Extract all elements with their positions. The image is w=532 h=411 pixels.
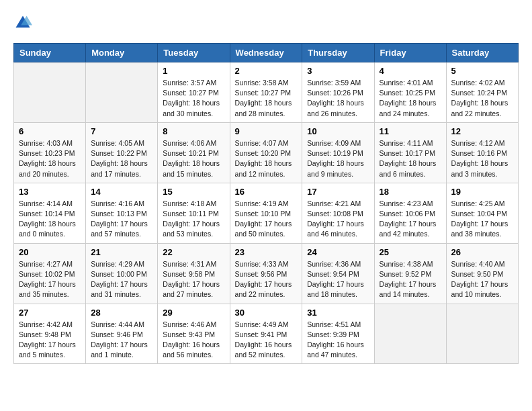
calendar-cell: 21Sunrise: 4:29 AMSunset: 10:00 PMDaylig…: [86, 243, 158, 304]
calendar-cell: 17Sunrise: 4:21 AMSunset: 10:08 PMDaylig…: [302, 183, 374, 243]
calendar-week-row: 1Sunrise: 3:57 AMSunset: 10:27 PMDayligh…: [14, 62, 519, 123]
day-info: Sunrise: 4:05 AMSunset: 10:22 PMDaylight…: [91, 138, 152, 179]
calendar-cell: 6Sunrise: 4:03 AMSunset: 10:23 PMDayligh…: [14, 122, 86, 183]
day-number: 7: [91, 126, 152, 136]
day-number: 2: [235, 66, 298, 76]
calendar-cell: 30Sunrise: 4:49 AMSunset: 9:41 PMDayligh…: [230, 304, 302, 364]
day-info: Sunrise: 4:09 AMSunset: 10:19 PMDaylight…: [307, 138, 369, 179]
day-info: Sunrise: 4:49 AMSunset: 9:41 PMDaylight:…: [235, 320, 298, 361]
calendar-cell: 1Sunrise: 3:57 AMSunset: 10:27 PMDayligh…: [158, 62, 230, 123]
day-number: 18: [380, 187, 441, 197]
day-info: Sunrise: 4:25 AMSunset: 10:04 PMDaylight…: [451, 199, 513, 240]
day-info: Sunrise: 4:51 AMSunset: 9:39 PMDaylight:…: [307, 320, 369, 361]
calendar-cell: 5Sunrise: 4:02 AMSunset: 10:24 PMDayligh…: [446, 62, 518, 123]
calendar-body: 1Sunrise: 3:57 AMSunset: 10:27 PMDayligh…: [14, 62, 519, 364]
day-number: 23: [235, 247, 298, 257]
day-number: 22: [163, 247, 224, 257]
calendar-table: SundayMondayTuesdayWednesdayThursdayFrid…: [13, 43, 519, 364]
calendar-cell: 23Sunrise: 4:33 AMSunset: 9:56 PMDayligh…: [230, 243, 302, 304]
calendar-cell: 27Sunrise: 4:42 AMSunset: 9:48 PMDayligh…: [14, 304, 86, 364]
weekday-header-saturday: Saturday: [446, 44, 518, 62]
weekday-header-thursday: Thursday: [302, 44, 374, 62]
day-info: Sunrise: 4:33 AMSunset: 9:56 PMDaylight:…: [235, 259, 298, 300]
calendar-cell: 14Sunrise: 4:16 AMSunset: 10:13 PMDaylig…: [86, 183, 158, 243]
day-info: Sunrise: 4:14 AMSunset: 10:14 PMDaylight…: [19, 199, 81, 240]
day-info: Sunrise: 4:18 AMSunset: 10:11 PMDaylight…: [163, 199, 224, 240]
day-number: 16: [235, 187, 298, 197]
day-number: 11: [380, 126, 441, 136]
calendar-cell: 10Sunrise: 4:09 AMSunset: 10:19 PMDaylig…: [302, 122, 374, 183]
calendar-cell: 18Sunrise: 4:23 AMSunset: 10:06 PMDaylig…: [374, 183, 446, 243]
calendar-cell: 8Sunrise: 4:06 AMSunset: 10:21 PMDayligh…: [158, 122, 230, 183]
day-number: 19: [451, 187, 513, 197]
day-number: 21: [91, 247, 152, 257]
page-header: [13, 13, 519, 32]
day-info: Sunrise: 4:36 AMSunset: 9:54 PMDaylight:…: [307, 259, 369, 300]
weekday-row: SundayMondayTuesdayWednesdayThursdayFrid…: [14, 44, 519, 62]
day-info: Sunrise: 4:11 AMSunset: 10:17 PMDaylight…: [380, 138, 441, 179]
day-number: 17: [307, 187, 369, 197]
day-info: Sunrise: 4:44 AMSunset: 9:46 PMDaylight:…: [91, 320, 152, 361]
day-info: Sunrise: 3:58 AMSunset: 10:27 PMDaylight…: [235, 78, 298, 119]
day-number: 8: [163, 126, 224, 136]
day-number: 10: [307, 126, 369, 136]
calendar-week-row: 27Sunrise: 4:42 AMSunset: 9:48 PMDayligh…: [14, 304, 519, 364]
weekday-header-tuesday: Tuesday: [158, 44, 230, 62]
calendar-cell: 9Sunrise: 4:07 AMSunset: 10:20 PMDayligh…: [230, 122, 302, 183]
calendar-cell: 22Sunrise: 4:31 AMSunset: 9:58 PMDayligh…: [158, 243, 230, 304]
day-info: Sunrise: 4:01 AMSunset: 10:25 PMDaylight…: [380, 78, 441, 119]
calendar-header: SundayMondayTuesdayWednesdayThursdayFrid…: [14, 44, 519, 62]
day-info: Sunrise: 4:42 AMSunset: 9:48 PMDaylight:…: [19, 320, 81, 361]
calendar-cell: 25Sunrise: 4:38 AMSunset: 9:52 PMDayligh…: [374, 243, 446, 304]
calendar-cell: [14, 62, 86, 123]
day-info: Sunrise: 4:21 AMSunset: 10:08 PMDaylight…: [307, 199, 369, 240]
calendar-cell: 31Sunrise: 4:51 AMSunset: 9:39 PMDayligh…: [302, 304, 374, 364]
day-number: 27: [19, 308, 81, 318]
calendar-cell: 2Sunrise: 3:58 AMSunset: 10:27 PMDayligh…: [230, 62, 302, 123]
calendar-cell: 13Sunrise: 4:14 AMSunset: 10:14 PMDaylig…: [14, 183, 86, 243]
day-info: Sunrise: 4:40 AMSunset: 9:50 PMDaylight:…: [451, 259, 513, 300]
calendar-cell: 19Sunrise: 4:25 AMSunset: 10:04 PMDaylig…: [446, 183, 518, 243]
day-number: 13: [19, 187, 81, 197]
calendar-week-row: 13Sunrise: 4:14 AMSunset: 10:14 PMDaylig…: [14, 183, 519, 243]
calendar-cell: 28Sunrise: 4:44 AMSunset: 9:46 PMDayligh…: [86, 304, 158, 364]
calendar-cell: [86, 62, 158, 123]
day-number: 28: [91, 308, 152, 318]
day-info: Sunrise: 4:12 AMSunset: 10:16 PMDaylight…: [451, 138, 513, 179]
day-info: Sunrise: 4:19 AMSunset: 10:10 PMDaylight…: [235, 199, 298, 240]
day-info: Sunrise: 3:57 AMSunset: 10:27 PMDaylight…: [163, 78, 224, 119]
day-info: Sunrise: 4:23 AMSunset: 10:06 PMDaylight…: [380, 199, 441, 240]
day-number: 29: [163, 308, 224, 318]
day-info: Sunrise: 4:07 AMSunset: 10:20 PMDaylight…: [235, 138, 298, 179]
day-number: 14: [91, 187, 152, 197]
day-info: Sunrise: 4:06 AMSunset: 10:21 PMDaylight…: [163, 138, 224, 179]
day-info: Sunrise: 4:02 AMSunset: 10:24 PMDaylight…: [451, 78, 513, 119]
day-info: Sunrise: 4:27 AMSunset: 10:02 PMDaylight…: [19, 259, 81, 300]
day-info: Sunrise: 4:38 AMSunset: 9:52 PMDaylight:…: [380, 259, 441, 300]
calendar-cell: 29Sunrise: 4:46 AMSunset: 9:43 PMDayligh…: [158, 304, 230, 364]
day-number: 12: [451, 126, 513, 136]
day-info: Sunrise: 4:29 AMSunset: 10:00 PMDaylight…: [91, 259, 152, 300]
day-info: Sunrise: 4:16 AMSunset: 10:13 PMDaylight…: [91, 199, 152, 240]
calendar-cell: 4Sunrise: 4:01 AMSunset: 10:25 PMDayligh…: [374, 62, 446, 123]
logo: [13, 13, 35, 32]
day-number: 9: [235, 126, 298, 136]
day-number: 24: [307, 247, 369, 257]
weekday-header-wednesday: Wednesday: [230, 44, 302, 62]
calendar-week-row: 6Sunrise: 4:03 AMSunset: 10:23 PMDayligh…: [14, 122, 519, 183]
calendar-cell: [446, 304, 518, 364]
day-number: 31: [307, 308, 369, 318]
calendar-cell: 11Sunrise: 4:11 AMSunset: 10:17 PMDaylig…: [374, 122, 446, 183]
calendar-cell: 20Sunrise: 4:27 AMSunset: 10:02 PMDaylig…: [14, 243, 86, 304]
day-number: 15: [163, 187, 224, 197]
day-number: 30: [235, 308, 298, 318]
day-info: Sunrise: 4:03 AMSunset: 10:23 PMDaylight…: [19, 138, 81, 179]
calendar-cell: 15Sunrise: 4:18 AMSunset: 10:11 PMDaylig…: [158, 183, 230, 243]
day-number: 4: [380, 66, 441, 76]
calendar-cell: 12Sunrise: 4:12 AMSunset: 10:16 PMDaylig…: [446, 122, 518, 183]
day-number: 20: [19, 247, 81, 257]
weekday-header-sunday: Sunday: [14, 44, 86, 62]
calendar-cell: 16Sunrise: 4:19 AMSunset: 10:10 PMDaylig…: [230, 183, 302, 243]
calendar-cell: 7Sunrise: 4:05 AMSunset: 10:22 PMDayligh…: [86, 122, 158, 183]
day-number: 6: [19, 126, 81, 136]
